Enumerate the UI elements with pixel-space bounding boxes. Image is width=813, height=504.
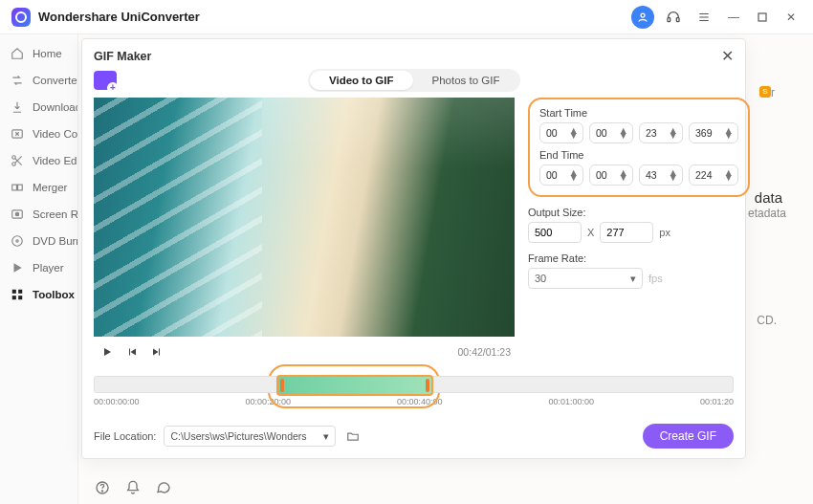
compressor-icon xyxy=(10,126,25,142)
px-label: px xyxy=(659,227,670,238)
chevron-down-icon: ▾ xyxy=(630,273,636,285)
timeline-track[interactable] xyxy=(94,376,734,393)
timeline[interactable]: 00:00:00:00 00:00:20:00 00:00:40:00 00:0… xyxy=(94,376,734,414)
tab-video-to-gif[interactable]: Video to GIF xyxy=(310,71,413,90)
output-height-input[interactable] xyxy=(600,222,653,243)
create-gif-button[interactable]: Create GIF xyxy=(643,424,734,449)
time-display: 00:42/01:23 xyxy=(458,346,511,358)
frame-rate-select[interactable]: 30▾ xyxy=(528,268,643,289)
sidebar-item-dvd[interactable]: DVD Burner xyxy=(0,228,77,254)
bg-text: etadata xyxy=(748,207,786,220)
sidebar-item-compressor[interactable]: Video Compressor xyxy=(0,121,77,147)
svg-rect-1 xyxy=(668,17,670,21)
svg-point-18 xyxy=(101,491,102,492)
start-ms-stepper[interactable]: 369▲▼ xyxy=(689,122,738,143)
timeline-ticks: 00:00:00:00 00:00:20:00 00:00:40:00 00:0… xyxy=(94,397,734,406)
svg-rect-2 xyxy=(676,17,679,21)
svg-point-11 xyxy=(12,236,23,247)
end-hours-stepper[interactable]: 00▲▼ xyxy=(539,164,583,186)
svg-point-0 xyxy=(641,13,645,17)
player-controls: 00:42/01:23 xyxy=(94,337,515,367)
svg-rect-13 xyxy=(12,290,16,294)
close-button[interactable]: ✕ xyxy=(780,7,802,28)
help-icon[interactable] xyxy=(94,479,111,496)
brand-name: Wondershare UniConverter xyxy=(38,10,200,24)
file-location-dropdown[interactable]: C:\Users\ws\Pictures\Wonders▾ xyxy=(164,426,336,447)
frame-rate-label: Frame Rate: xyxy=(528,252,750,264)
recorder-icon xyxy=(10,207,25,222)
modal-title: GIF Maker xyxy=(94,50,151,63)
sidebar-item-label: Toolbox xyxy=(33,289,75,300)
sidebar-item-label: Video Compressor xyxy=(33,128,77,140)
sidebar-item-editor[interactable]: Video Editor xyxy=(0,147,77,174)
menu-icon[interactable] xyxy=(692,6,715,29)
sidebar-item-home[interactable]: Home xyxy=(0,40,77,67)
add-media-button[interactable] xyxy=(94,71,117,90)
download-icon xyxy=(10,99,25,115)
bg-text: data xyxy=(755,189,782,206)
brand-icon xyxy=(11,8,31,27)
end-ms-stepper[interactable]: 224▲▼ xyxy=(689,164,738,186)
sidebar-item-toolbox[interactable]: Toolbox xyxy=(0,281,77,308)
file-location-label: File Location: xyxy=(94,430,156,442)
merger-icon xyxy=(10,180,25,195)
bell-icon[interactable] xyxy=(124,479,142,496)
svg-rect-14 xyxy=(18,290,22,294)
chevron-down-icon: ▾ xyxy=(323,430,329,442)
titlebar: Wondershare UniConverter — ✕ xyxy=(0,0,813,34)
gif-maker-modal: GIF Maker ✕ Video to GIF Photos to GIF 0… xyxy=(81,38,746,459)
start-minutes-stepper[interactable]: 00▲▼ xyxy=(589,122,633,143)
output-width-input[interactable] xyxy=(528,222,582,243)
svg-rect-7 xyxy=(12,185,17,190)
sidebar-item-label: Player xyxy=(33,262,64,274)
start-time-label: Start Time xyxy=(539,107,738,119)
feedback-icon[interactable] xyxy=(155,479,172,496)
badge-s-icon: S xyxy=(759,86,771,98)
home-icon xyxy=(10,46,25,61)
start-seconds-stepper[interactable]: 23▲▼ xyxy=(639,122,683,143)
sidebar-item-downloader[interactable]: Downloader xyxy=(0,94,77,121)
prev-frame-button[interactable] xyxy=(122,342,142,362)
time-range-box: Start Time 00▲▼ 00▲▼ 23▲▼ 369▲▼ End Time… xyxy=(528,98,750,197)
grid-icon xyxy=(10,287,25,302)
close-icon[interactable]: ✕ xyxy=(721,47,734,65)
sidebar-item-label: Screen Recorder xyxy=(33,208,77,220)
converter-icon xyxy=(10,73,25,88)
tab-photos-to-gif[interactable]: Photos to GIF xyxy=(413,71,519,90)
sidebar-item-label: Converter xyxy=(33,75,77,86)
sidebar: Home Converter Downloader Video Compress… xyxy=(0,34,78,504)
sidebar-item-label: Home xyxy=(33,48,62,59)
video-preview[interactable] xyxy=(94,98,515,337)
svg-rect-8 xyxy=(18,185,23,190)
mode-tabs: Video to GIF Photos to GIF xyxy=(308,69,520,92)
x-label: X xyxy=(587,227,594,238)
sidebar-item-player[interactable]: Player xyxy=(0,254,77,281)
end-time-label: End Time xyxy=(539,149,738,161)
scissors-icon xyxy=(10,153,25,168)
bottombar xyxy=(78,471,187,504)
account-icon[interactable] xyxy=(631,6,654,29)
headset-icon[interactable] xyxy=(662,6,685,29)
maximize-button[interactable] xyxy=(752,7,773,28)
bg-text: CD. xyxy=(757,314,777,327)
timeline-selection[interactable] xyxy=(276,375,433,396)
sidebar-item-recorder[interactable]: Screen Recorder xyxy=(0,201,77,228)
sidebar-item-converter[interactable]: Converter xyxy=(0,67,77,94)
sidebar-item-merger[interactable]: Merger xyxy=(0,174,77,201)
svg-rect-15 xyxy=(12,296,16,299)
svg-point-10 xyxy=(15,212,19,216)
sidebar-item-label: Merger xyxy=(33,182,67,193)
svg-point-12 xyxy=(16,240,18,242)
svg-point-5 xyxy=(12,156,16,160)
svg-rect-3 xyxy=(758,13,766,21)
open-folder-button[interactable] xyxy=(343,427,363,446)
sidebar-item-label: Downloader xyxy=(33,101,77,113)
start-hours-stepper[interactable]: 00▲▼ xyxy=(539,122,583,143)
svg-rect-16 xyxy=(18,296,22,299)
play-button[interactable] xyxy=(98,342,117,362)
sidebar-item-label: Video Editor xyxy=(33,155,77,166)
minimize-button[interactable]: — xyxy=(723,7,744,28)
next-frame-button[interactable] xyxy=(147,342,166,362)
end-minutes-stepper[interactable]: 00▲▼ xyxy=(589,164,633,186)
end-seconds-stepper[interactable]: 43▲▼ xyxy=(639,164,683,186)
